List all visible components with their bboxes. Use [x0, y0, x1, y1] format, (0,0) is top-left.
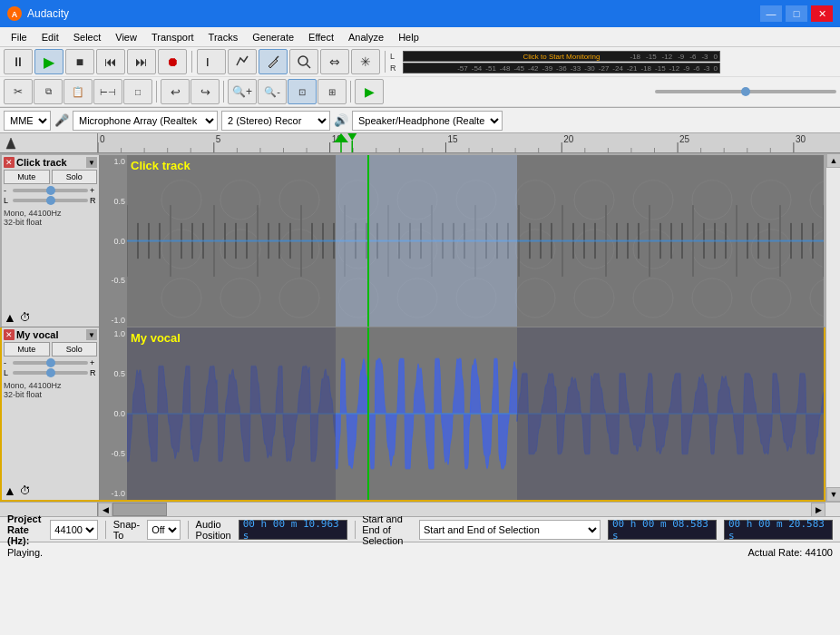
hscroll-corner [825, 503, 840, 516]
zoom-fit-button[interactable]: ⊡ [288, 79, 317, 104]
click-track-mute[interactable]: Mute [4, 170, 50, 184]
output-device-select[interactable]: Speaker/Headphone (Realte [352, 111, 503, 131]
redo-button[interactable]: ↪ [190, 79, 220, 104]
minimize-button[interactable]: — [760, 5, 782, 22]
hscroll-left-button[interactable]: ◀ [98, 503, 112, 517]
timeshift-tool[interactable]: ⇔ [320, 49, 349, 74]
vocal-track-pan-slider[interactable] [13, 371, 88, 375]
vu-meter-r[interactable]: -57-54-51-48-45-42-39-36-33-30-27-24-21-… [403, 63, 720, 73]
click-track-pan-thumb[interactable] [46, 196, 55, 205]
project-rate-label: Project Rate (Hz): [7, 513, 43, 546]
click-track-pan-slider[interactable] [13, 199, 88, 202]
stop-button[interactable]: ■ [65, 49, 94, 74]
play-button[interactable]: ▶ [34, 49, 63, 74]
time-ruler-container [0, 133, 840, 153]
vocal-track-name: My vocal [16, 329, 84, 340]
tempo-icon [4, 136, 18, 151]
click-to-monitor[interactable]: Click to Start Monitoring [523, 53, 601, 61]
trim-button[interactable]: ⊢⊣ [93, 79, 122, 104]
vu-meters: L Click to Start Monitoring -18-15-12-9-… [390, 51, 720, 73]
hscroll-track[interactable] [112, 503, 811, 516]
menu-tracks[interactable]: Tracks [201, 30, 246, 44]
skip-fwd-button[interactable]: ⏭ [127, 49, 156, 74]
pan-l2: L [4, 368, 11, 377]
click-track-menu[interactable]: ⏱ [20, 311, 31, 324]
snap-to-select[interactable]: Off [147, 520, 181, 540]
zoom-in-button[interactable]: 🔍+ [228, 79, 257, 104]
api-select[interactable]: MME [4, 111, 51, 131]
pause-button[interactable]: ⏸ [4, 49, 33, 74]
vocal-track-close[interactable]: ✕ [4, 329, 15, 340]
click-track-pan-row: L R [4, 196, 97, 205]
menu-analyze[interactable]: Analyze [341, 30, 391, 44]
menu-view[interactable]: View [108, 30, 144, 44]
menu-generate[interactable]: Generate [245, 30, 301, 44]
vol-minus2: - [4, 358, 11, 367]
vocal-track-solo[interactable]: Solo [52, 342, 98, 357]
ruler-header [0, 133, 98, 152]
envelope-tool[interactable] [228, 49, 257, 74]
maximize-button[interactable]: □ [786, 5, 807, 22]
click-track-close[interactable]: ✕ [4, 157, 15, 168]
click-track-solo[interactable]: Solo [52, 170, 98, 184]
vocal-track-vol-thumb[interactable] [46, 358, 55, 367]
project-rate-select[interactable]: 44100 [50, 520, 98, 540]
record-button[interactable]: ⏺ [158, 49, 187, 74]
svg-text:A: A [12, 10, 18, 19]
time-ruler[interactable] [98, 133, 840, 152]
paste-button[interactable]: 📋 [63, 79, 93, 104]
vocal-track-dropdown[interactable]: ▼ [86, 329, 97, 340]
copy-button[interactable]: ⧉ [34, 79, 63, 104]
menu-effect[interactable]: Effect [301, 30, 341, 44]
click-track-vol-thumb[interactable] [46, 186, 55, 195]
input-device-select[interactable]: Microphone Array (Realtek [73, 111, 218, 131]
hscroll-thumb[interactable] [112, 503, 167, 516]
close-button[interactable]: ✕ [811, 5, 833, 22]
menu-edit[interactable]: Edit [34, 30, 66, 44]
selection-end-display: 00 h 00 m 20.583 s [724, 520, 833, 540]
selection-type-select[interactable]: Start and End of Selection Start and Len… [419, 520, 601, 540]
click-track-collapse[interactable]: ▲ [4, 310, 16, 325]
click-track-volume-slider[interactable] [13, 189, 88, 192]
vocal-track-vol-pan: - + L R [4, 358, 97, 377]
click-track-dropdown[interactable]: ▼ [86, 157, 97, 168]
zoom-out-button[interactable]: 🔍- [258, 79, 287, 104]
vocal-track-menu[interactable]: ⏱ [20, 484, 31, 497]
selection-start-display: 00 h 00 m 08.583 s [608, 520, 717, 540]
menu-transport[interactable]: Transport [144, 30, 201, 44]
channels-select[interactable]: 2 (Stereo) Recor [221, 111, 330, 131]
vu-meter-l[interactable]: Click to Start Monitoring -18-15-12-9-6-… [403, 51, 720, 62]
undo-button[interactable]: ↩ [161, 79, 190, 104]
vocal-track-top: ✕ My vocal ▼ [4, 329, 97, 340]
selection-tool[interactable]: I [197, 49, 226, 74]
vocal-track-collapse[interactable]: ▲ [4, 484, 16, 498]
vocal-track-volume-slider[interactable] [13, 361, 88, 365]
pan-l: L [4, 196, 11, 205]
draw-tool[interactable] [259, 49, 288, 74]
cut-button[interactable]: ✂ [4, 79, 33, 104]
sep4 [223, 81, 224, 103]
click-track-waveform-area[interactable]: Click track [127, 155, 824, 327]
selection-type-label: Start and End of Selection [362, 513, 412, 546]
vocal-track-waveform-area[interactable]: My vocal [127, 327, 824, 500]
menu-file[interactable]: File [4, 30, 34, 44]
scroll-down-button[interactable]: ▼ [826, 487, 840, 502]
multi-tool[interactable]: ✳ [351, 49, 380, 74]
device-toolbar: MME 🎤 Microphone Array (Realtek 2 (Stere… [0, 108, 840, 133]
menu-help[interactable]: Help [391, 30, 426, 44]
zoom-sel-button[interactable]: ⊞ [317, 79, 347, 104]
vocal-track-vol-row: - + [4, 358, 97, 367]
vocal-track-mute[interactable]: Mute [4, 342, 50, 357]
hscroll-right-button[interactable]: ▶ [811, 503, 825, 517]
speed-slider-thumb[interactable] [741, 87, 750, 96]
vu-l-label: L [390, 52, 401, 61]
vocal-track-content: 1.0 0.5 0.0 -0.5 -1.0 My vocal [100, 327, 824, 500]
menu-select[interactable]: Select [66, 30, 109, 44]
play-btn2[interactable]: ▶ [355, 79, 384, 104]
skip-back-button[interactable]: ⏮ [96, 49, 125, 74]
silence-button[interactable]: □ [123, 79, 152, 104]
sep3 [156, 81, 157, 103]
zoom-tool[interactable] [289, 49, 318, 74]
vocal-track-pan-thumb[interactable] [46, 368, 55, 377]
scroll-up-button[interactable]: ▲ [826, 153, 840, 168]
